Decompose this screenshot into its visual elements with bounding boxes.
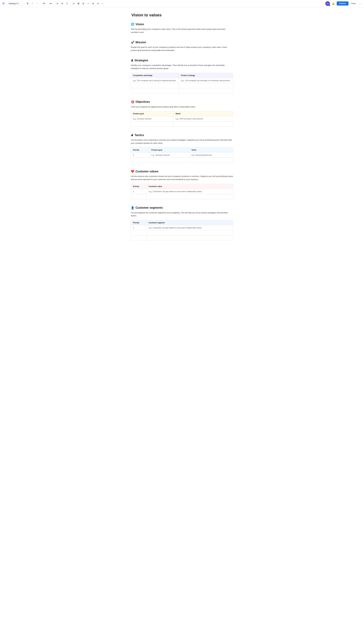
table-row[interactable]: e.g., The company has a strong AI engine… (131, 78, 233, 83)
table-header: Customer value (146, 184, 233, 189)
more-text-button[interactable]: ··· (35, 2, 40, 6)
section-customer-values: ❤️Customer valuesList the reasons why cu… (131, 170, 233, 199)
ordered-list-button[interactable]: ⊞ (60, 2, 64, 6)
table-header: Customer segment (146, 220, 233, 225)
emoji-button[interactable]: ☺ (86, 2, 90, 6)
text-color-icon: A (50, 3, 51, 5)
publish-button[interactable]: Publish (337, 2, 348, 6)
table-row[interactable] (131, 235, 233, 240)
table-button[interactable]: ⊞ (91, 2, 95, 6)
divider-5 (70, 2, 70, 5)
notifications-button[interactable]: 🔔 (331, 1, 336, 6)
table-cell[interactable]: e.g., 40% increase in y/y revenue (174, 116, 233, 121)
more-options-icon: ⋯ (359, 2, 362, 5)
emoji-customer-values: ❤️ (131, 170, 134, 173)
mention-icon: @ (82, 3, 84, 5)
bullet-list-button[interactable]: ⊟ (55, 2, 60, 6)
table-row[interactable]: 1e.g., Increase revenuee.g. Launch premi… (131, 153, 233, 158)
table-cell[interactable]: e.g., Increase revenue (131, 116, 174, 121)
table-cell[interactable] (146, 194, 233, 199)
table-cell[interactable] (179, 83, 233, 88)
table-cell[interactable]: e.g., Customers can get started on docum… (146, 189, 233, 194)
table-row[interactable] (131, 83, 233, 88)
table-cell[interactable] (131, 88, 179, 93)
heading-text-vision: Vision (136, 23, 144, 26)
table-cell[interactable]: 1 (131, 225, 146, 230)
table-cell[interactable] (131, 230, 146, 235)
mention-button[interactable]: @ (81, 2, 86, 6)
bold-button[interactable]: B (26, 2, 30, 6)
heading-customer-segments: 👤Customer segments (131, 206, 233, 209)
table-row[interactable] (131, 194, 233, 199)
table-row[interactable]: 1e.g., Customers can get started on docu… (131, 225, 233, 230)
table-header: Competitive advantage (131, 73, 179, 78)
table-cell[interactable] (179, 88, 233, 93)
table-header: Priority (131, 148, 150, 153)
bell-icon: 🔔 (332, 2, 335, 5)
table-header: Product goal (131, 111, 174, 116)
table-cell[interactable] (131, 194, 146, 199)
columns-button[interactable]: ⊟ (96, 2, 100, 6)
heading-objectives: 🎯Objectives (131, 100, 233, 104)
table-cell[interactable]: e.g., The company can leverage AI to dev… (179, 78, 233, 83)
table-row[interactable] (131, 121, 233, 127)
text-color-button[interactable]: A ▾ (48, 2, 53, 6)
toolbar: Heading 2 ▾ B I ··· ☰ ▾ A ▾ ⊟ ⊞ ☑ 🔗 🖼 @ … (0, 0, 364, 7)
table-strategies: Competitive advantageProduct strategye.g… (131, 73, 233, 93)
table-cell[interactable] (146, 235, 233, 240)
table-cell[interactable] (190, 158, 233, 163)
table-row[interactable]: e.g., Increase revenuee.g., 40% increase… (131, 116, 233, 121)
table-cell[interactable]: e.g., Customers can get started on docum… (146, 225, 233, 230)
columns-icon: ⊟ (97, 3, 99, 5)
more-options-button[interactable]: ⋯ (358, 2, 362, 6)
table-cell[interactable]: e.g., Increase revenue (149, 153, 190, 158)
heading-text-objectives: Objectives (136, 100, 150, 104)
heading-tactics: ♟Tactics (131, 133, 233, 137)
table-cell[interactable] (146, 230, 233, 235)
logo (2, 2, 6, 6)
table-cell[interactable]: e.g., The company has a strong AI engine… (131, 78, 179, 83)
table-row[interactable] (131, 158, 233, 163)
heading-text-customer-segments: Customer segments (136, 206, 163, 209)
italic-button[interactable]: I (30, 2, 34, 6)
close-button[interactable]: Close (350, 2, 357, 6)
more-plus-button[interactable]: + (100, 2, 105, 6)
heading-label: Heading 2 (9, 3, 17, 5)
ordered-list-icon: ⊞ (62, 3, 63, 5)
avatar-button[interactable]: CK + (325, 1, 330, 6)
emoji-customer-segments: 👤 (131, 206, 134, 209)
table-header: Product strategy (179, 73, 233, 78)
table-header: Priority (131, 184, 146, 189)
section-mission: 🚀MissionExplain the goal for each of you… (131, 41, 233, 52)
image-icon: 🖼 (78, 3, 79, 5)
table-row[interactable] (131, 88, 233, 93)
emoji-strategies: ♟ (131, 59, 133, 62)
table-cell[interactable]: 1 (131, 189, 146, 194)
image-button[interactable]: 🖼 (76, 2, 80, 6)
text-customer-values: List the reasons why customers should us… (131, 175, 233, 181)
text-color-chevron: ▾ (51, 3, 52, 5)
link-button[interactable]: 🔗 (72, 2, 76, 6)
section-tactics: ♟TacticsList the tactics you're planning… (131, 133, 233, 163)
table-cell[interactable] (149, 158, 190, 163)
align-icon: ☰ (43, 3, 44, 5)
table-customer-values: PriorityCustomer value1e.g., Customers c… (131, 184, 233, 199)
align-button[interactable]: ☰ ▾ (42, 2, 46, 6)
heading-mission: 🚀Mission (131, 41, 233, 44)
todo-icon: ☑ (66, 3, 68, 5)
table-cell[interactable] (131, 121, 174, 127)
table-cell[interactable] (131, 83, 179, 88)
table-cell[interactable] (174, 121, 233, 127)
heading-text-customer-values: Customer values (136, 170, 158, 173)
todo-button[interactable]: ☑ (65, 2, 69, 6)
table-cell[interactable]: 1 (131, 153, 150, 158)
heading-selector[interactable]: Heading 2 ▾ (8, 2, 23, 5)
heading-text-mission: Mission (136, 41, 146, 44)
table-cell[interactable]: e.g. Launch premium tier (190, 153, 233, 158)
page-title[interactable]: Vision to values (131, 13, 233, 17)
table-row[interactable] (131, 230, 233, 235)
section-customer-segments: 👤Customer segmentsList and organize the … (131, 206, 233, 241)
table-cell[interactable] (131, 235, 146, 240)
table-cell[interactable] (131, 158, 150, 163)
table-row[interactable]: 1e.g., Customers can get started on docu… (131, 189, 233, 194)
